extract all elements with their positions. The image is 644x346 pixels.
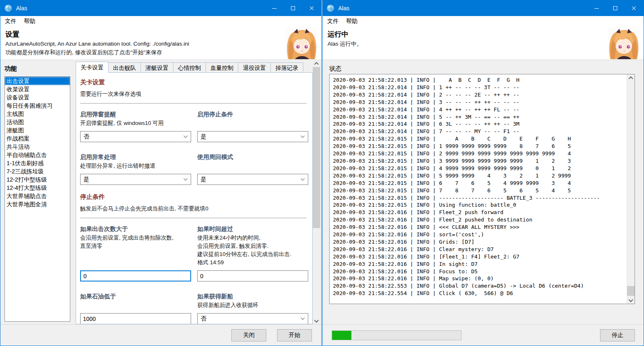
sidebar-item[interactable]: 活动图 [5, 118, 70, 126]
log-line: 2020-09-03 21:58:22.016 | INFO | In sigh… [333, 261, 627, 268]
sidebar-item[interactable]: 大世界辅助点击 [5, 192, 70, 200]
scroll-down-icon [628, 297, 633, 302]
tab[interactable]: 退役设置 [238, 62, 271, 72]
maximize-button[interactable] [284, 0, 302, 16]
sidebar-item[interactable]: 主线图 [5, 110, 70, 118]
field-dropdown[interactable]: 否 [197, 313, 308, 324]
sidebar-item[interactable]: 1-1伏击刷好感 [5, 159, 70, 167]
titlebar[interactable]: Alas [0, 0, 321, 16]
control-wrap: 是 [197, 170, 308, 185]
control-wrap [197, 267, 308, 281]
settings-form: 关卡设置需要运行一次来保存选项启用弹窗提醒开启弹窗提醒, 仅 windows10… [76, 73, 312, 324]
field-label: 如果获得新船 [197, 292, 308, 301]
sidebar-item[interactable]: 每日任务困难演习 [5, 101, 70, 110]
field-input[interactable] [80, 270, 191, 281]
log-line: 2020-09-03 21:58:22.015 | INFO | 6 7 6 5… [333, 180, 627, 187]
menu-file[interactable]: 文件 [1, 16, 20, 27]
settings-content: 功能 出击设置收菜设置设备设置每日任务困难演习主线图活动图潜艇图作战档案共斗活动… [0, 60, 321, 324]
close-button[interactable] [302, 0, 321, 16]
scroll-down-button[interactable] [627, 297, 635, 304]
maximize-icon [291, 6, 295, 10]
scroll-up-button[interactable] [313, 60, 320, 67]
sidebar-item[interactable]: 7-2三战拣垃圾 [5, 167, 70, 175]
minimize-button[interactable] [587, 0, 606, 16]
field-description: 会沿用先前设置, 完成出击将扣除次数, [80, 234, 191, 242]
tab-pane: 关卡设置需要运行一次来保存选项启用弹窗提醒开启弹窗提醒, 仅 windows10… [76, 72, 313, 324]
minimize-icon [272, 8, 277, 9]
tab[interactable]: 潜艇设置 [141, 62, 173, 72]
scrollbar-thumb[interactable] [627, 286, 635, 296]
field-description: 使用未来24小时内的时间, [197, 234, 308, 242]
log-line: 2020-09-03 21:58:22.016 | INFO | Grids: … [333, 238, 627, 246]
log-line: 2020-09-03 21:58:22.013 | INFO | A B C D… [333, 76, 627, 84]
tab[interactable]: 掉落记录 [270, 62, 303, 72]
log-line: 2020-09-03 21:58:22.554 | INFO | Click (… [333, 290, 627, 297]
log-panel: 2020-09-03 21:58:22.013 | INFO | A B C D… [329, 74, 635, 304]
tab[interactable]: 出击舰队 [108, 62, 141, 72]
field-dropdown[interactable]: 是 [197, 131, 308, 142]
footer-spacer [323, 304, 644, 324]
sidebar-item[interactable]: 半自动辅助点击 [5, 151, 70, 159]
scrollbar-track[interactable] [627, 81, 635, 297]
sidebar-item[interactable]: 大世界地图全清 [5, 200, 70, 208]
menu-help[interactable]: 帮助 [20, 16, 39, 27]
page-subtitle-1: Alas 运行中。 [328, 40, 644, 48]
log-line: 2020-09-03 21:58:22.016 | INFO | Focus t… [333, 268, 627, 275]
log-line: 2020-09-03 21:58:22.016 | INFO | Map swi… [333, 275, 627, 282]
stop-button[interactable]: 停止 [600, 329, 635, 341]
minimize-button[interactable] [265, 0, 284, 16]
window-title: Alas [16, 5, 27, 12]
scroll-down-button[interactable] [313, 317, 320, 324]
page-title: 设置 [5, 30, 321, 39]
sidebar-item[interactable]: 设备设置 [5, 93, 70, 101]
maximize-button[interactable] [606, 0, 625, 16]
app-logo-icon [4, 4, 12, 12]
app-logo-icon [326, 4, 335, 12]
form-field: 启用停止条件是 [197, 110, 308, 142]
form-scrollbar[interactable] [313, 60, 320, 324]
tab[interactable]: 血量控制 [205, 62, 238, 72]
sidebar-item[interactable]: 12-4打大型练级 [5, 184, 70, 192]
scroll-up-icon [314, 62, 319, 66]
log-line: 2020-09-03 21:58:22.015 | INFO | 1 9999 … [333, 143, 627, 150]
titlebar[interactable]: Alas [323, 0, 644, 16]
sidebar-item[interactable]: 12-2打中型练级 [5, 175, 70, 184]
menu-file[interactable]: 文件 [323, 16, 342, 27]
close-button[interactable] [625, 0, 644, 16]
start-button[interactable]: 开始 [277, 329, 312, 341]
log-scrollbar[interactable] [627, 74, 635, 304]
close-app-button[interactable]: 关闭 [231, 329, 266, 341]
tab[interactable]: 关卡设置 [76, 62, 108, 73]
page-header: 运行中 Alas 运行中。 [323, 27, 644, 60]
field-dropdown[interactable]: 否 [80, 131, 191, 142]
menu-bar: 文件 帮助 [323, 16, 644, 27]
settings-window: Alas 文件 帮助 设置 AzurLaneAutoScript, An Azu… [0, 0, 322, 346]
sidebar-item[interactable]: 收菜设置 [5, 85, 70, 93]
scrollbar-thumb[interactable] [313, 67, 320, 228]
tab[interactable]: 心情控制 [173, 62, 206, 72]
menu-help[interactable]: 帮助 [342, 16, 361, 27]
tab-bar: 关卡设置出击舰队潜艇设置心情控制血量控制退役设置掉落记录 [76, 61, 313, 72]
log-line: 2020-09-03 21:58:22.016 | INFO | [Fleet_… [333, 253, 627, 261]
field-dropdown[interactable]: 是 [197, 174, 308, 185]
sidebar-item[interactable]: 潜艇图 [5, 126, 70, 134]
minimize-icon [594, 8, 599, 9]
sidebar-title: 功能 [5, 65, 70, 73]
field-label: 启用异常处理 [80, 153, 191, 161]
field-description: 处理部分异常, 运行出错时撤退 [80, 162, 191, 170]
sidebar-item[interactable]: 共斗活动 [5, 143, 70, 151]
scroll-up-button[interactable] [627, 74, 635, 81]
sidebar-item[interactable]: 作战档案 [5, 134, 70, 143]
avatar [608, 28, 639, 59]
log-line: 2020-09-03 21:58:22.014 | INFO | 6 3L --… [333, 120, 627, 128]
form-field: 启用弹窗提醒开启弹窗提醒, 仅 windows10 可用否 [80, 110, 191, 142]
field-input[interactable] [197, 270, 308, 281]
window-controls [587, 0, 644, 16]
field-dropdown[interactable]: 是 [80, 174, 191, 185]
log-line: 2020-09-03 21:58:22.016 | INFO | Clear m… [333, 246, 627, 253]
sidebar-item[interactable]: 出击设置 [5, 77, 70, 85]
field-input[interactable] [80, 313, 191, 324]
progress-bar [332, 330, 462, 340]
scrollbar-track[interactable] [313, 67, 320, 317]
close-icon [309, 6, 314, 11]
